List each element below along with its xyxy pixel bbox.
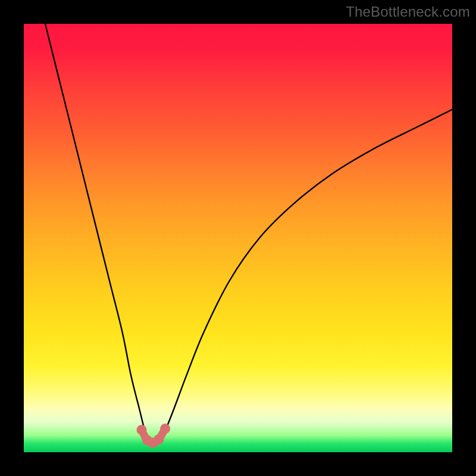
marker-dot bbox=[137, 425, 147, 435]
curve-svg bbox=[24, 24, 452, 452]
marker-cluster bbox=[137, 424, 171, 448]
plot-area bbox=[24, 24, 452, 452]
marker-dot bbox=[160, 424, 170, 434]
chart-frame: TheBottleneck.com bbox=[0, 0, 476, 476]
watermark-text: TheBottleneck.com bbox=[346, 4, 470, 20]
marker-dot bbox=[154, 434, 164, 444]
bottleneck-curve bbox=[45, 24, 452, 444]
